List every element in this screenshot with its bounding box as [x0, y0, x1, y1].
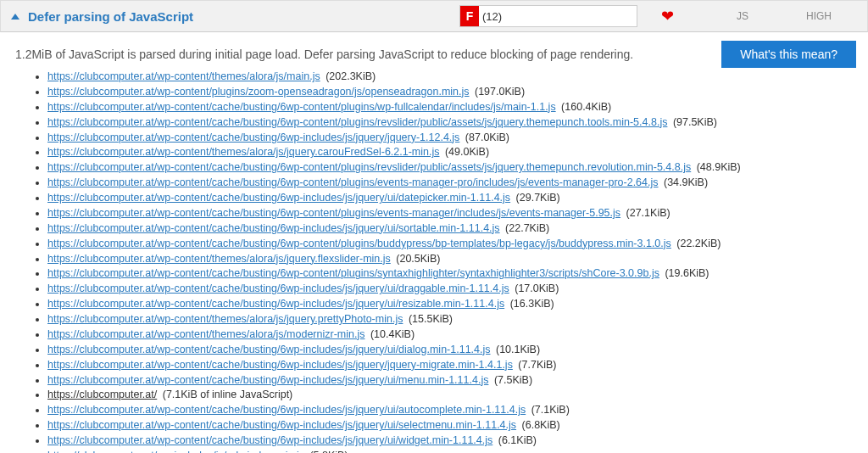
list-item: https://clubcomputer.at/wp-content/plugi…	[47, 85, 853, 99]
list-item: https://clubcomputer.at/wp-content/theme…	[47, 327, 853, 342]
script-link[interactable]: https://clubcomputer.at/wp-content/cache…	[47, 359, 513, 371]
script-link[interactable]: https://clubcomputer.at/wp-content/theme…	[47, 70, 320, 82]
whats-this-button[interactable]: What's this mean?	[721, 41, 856, 68]
script-link[interactable]: https://clubcomputer.at/wp-content/cache…	[47, 222, 500, 234]
script-link[interactable]: https://clubcomputer.at/wp-content/cache…	[47, 116, 667, 128]
script-size: (6.1KiB)	[495, 434, 537, 446]
script-size: (7.5KiB)	[491, 374, 532, 386]
script-size: (87.0KiB)	[462, 131, 509, 143]
script-link[interactable]: https://clubcomputer.at/wp-content/cache…	[47, 282, 509, 294]
script-link[interactable]: https://clubcomputer.at/wp-content/cache…	[47, 131, 459, 143]
script-size: (17.0KiB)	[512, 282, 559, 294]
script-size: (7.7KiB)	[515, 359, 557, 371]
list-item: https://clubcomputer.at/wp-content/cache…	[47, 100, 853, 115]
script-link[interactable]: https://clubcomputer.at/	[47, 389, 157, 400]
script-size: (97.5KiB)	[670, 116, 717, 128]
grade-box: F (12)	[459, 5, 637, 27]
script-size: (197.0KiB)	[472, 86, 526, 98]
script-size: (5.8KiB)	[307, 450, 348, 453]
script-link[interactable]: https://clubcomputer.at/wp-content/cache…	[47, 344, 491, 355]
list-item: https://clubcomputer.at/wp-content/cache…	[47, 176, 853, 190]
list-item: https://clubcomputer.at/wp-content/cache…	[47, 418, 853, 433]
list-item: https://clubcomputer.at/wp-includes/js/a…	[47, 449, 853, 453]
script-size: (16.3KiB)	[507, 298, 554, 310]
script-link[interactable]: https://clubcomputer.at/wp-content/theme…	[47, 313, 403, 325]
list-item: https://clubcomputer.at/wp-content/cache…	[47, 358, 853, 372]
list-item: https://clubcomputer.at/wp-content/cache…	[47, 403, 853, 417]
script-size: (7.1KiB of inline JavaScript)	[159, 389, 292, 400]
script-link[interactable]: https://clubcomputer.at/wp-content/theme…	[47, 146, 439, 158]
script-link[interactable]: https://clubcomputer.at/wp-content/cache…	[47, 267, 659, 279]
rule-header[interactable]: Defer parsing of JavaScript F (12) ❤ JS …	[0, 0, 868, 32]
list-item: https://clubcomputer.at/wp-content/theme…	[47, 70, 853, 84]
script-link[interactable]: https://clubcomputer.at/wp-content/cache…	[47, 207, 620, 219]
list-item: https://clubcomputer.at/wp-content/cache…	[47, 206, 853, 221]
script-link[interactable]: https://clubcomputer.at/wp-content/plugi…	[47, 86, 470, 98]
grade-count: (12)	[479, 10, 502, 23]
list-item: https://clubcomputer.at/wp-content/theme…	[47, 312, 853, 327]
list-item: https://clubcomputer.at/wp-content/theme…	[47, 252, 853, 266]
script-link[interactable]: https://clubcomputer.at/wp-content/cache…	[47, 298, 504, 310]
heart-icon[interactable]: ❤	[661, 7, 674, 25]
script-size: (48.9KiB)	[693, 161, 741, 173]
rule-body: What's this mean? 1.2MiB of JavaScript i…	[0, 32, 868, 453]
script-link[interactable]: https://clubcomputer.at/wp-content/cache…	[47, 238, 671, 249]
list-item: https://clubcomputer.at/wp-content/cache…	[47, 266, 853, 281]
script-size: (10.1KiB)	[493, 344, 541, 355]
list-item: https://clubcomputer.at/wp-content/cache…	[47, 191, 853, 205]
rule-priority: HIGH	[781, 10, 857, 22]
script-size: (22.2KiB)	[674, 238, 721, 249]
list-item: https://clubcomputer.at/ (7.1KiB of inli…	[47, 388, 853, 402]
list-item: https://clubcomputer.at/wp-content/cache…	[47, 433, 853, 448]
grade-letter: F	[460, 6, 479, 26]
script-link[interactable]: https://clubcomputer.at/wp-content/cache…	[47, 404, 526, 416]
rule-type: JS	[704, 10, 781, 22]
list-item: https://clubcomputer.at/wp-content/cache…	[47, 115, 853, 130]
script-size: (34.9KiB)	[661, 176, 709, 188]
list-item: https://clubcomputer.at/wp-content/cache…	[47, 297, 853, 311]
list-item: https://clubcomputer.at/wp-content/cache…	[47, 160, 853, 175]
script-link[interactable]: https://clubcomputer.at/wp-content/cache…	[47, 101, 556, 113]
script-size: (22.7KiB)	[503, 222, 550, 234]
list-item: https://clubcomputer.at/wp-content/cache…	[47, 237, 853, 251]
script-link[interactable]: https://clubcomputer.at/wp-content/theme…	[47, 253, 391, 265]
script-size: (19.6KiB)	[662, 267, 709, 279]
rule-title: Defer parsing of JavaScript	[28, 9, 193, 24]
script-size: (27.1KiB)	[623, 207, 670, 219]
script-size: (6.8KiB)	[519, 419, 560, 431]
list-item: https://clubcomputer.at/wp-content/cache…	[47, 131, 853, 145]
script-size: (160.4KiB)	[559, 101, 612, 113]
script-link[interactable]: https://clubcomputer.at/wp-content/theme…	[47, 328, 364, 340]
script-size: (7.1KiB)	[528, 404, 570, 416]
script-link[interactable]: https://clubcomputer.at/wp-content/cache…	[47, 419, 516, 431]
script-size: (10.4KiB)	[367, 328, 415, 340]
collapse-up-icon	[11, 14, 19, 20]
script-size: (202.3KiB)	[323, 70, 376, 82]
script-size: (20.5KiB)	[393, 253, 441, 265]
script-size: (15.5KiB)	[405, 313, 453, 325]
script-size: (49.0KiB)	[442, 146, 489, 158]
list-item: https://clubcomputer.at/wp-content/theme…	[47, 145, 853, 159]
script-link[interactable]: https://clubcomputer.at/wp-content/cache…	[47, 176, 659, 188]
script-link[interactable]: https://clubcomputer.at/wp-content/cache…	[47, 374, 488, 386]
list-item: https://clubcomputer.at/wp-content/cache…	[47, 343, 853, 357]
list-item: https://clubcomputer.at/wp-content/cache…	[47, 282, 853, 296]
script-link[interactable]: https://clubcomputer.at/wp-content/cache…	[47, 161, 691, 173]
list-item: https://clubcomputer.at/wp-content/cache…	[47, 373, 853, 388]
script-link[interactable]: https://clubcomputer.at/wp-includes/js/a…	[47, 450, 304, 453]
script-link[interactable]: https://clubcomputer.at/wp-content/cache…	[47, 434, 492, 446]
script-list: https://clubcomputer.at/wp-content/theme…	[47, 70, 853, 453]
script-link[interactable]: https://clubcomputer.at/wp-content/cache…	[47, 192, 510, 204]
list-item: https://clubcomputer.at/wp-content/cache…	[47, 221, 853, 236]
script-size: (29.7KiB)	[513, 192, 560, 204]
